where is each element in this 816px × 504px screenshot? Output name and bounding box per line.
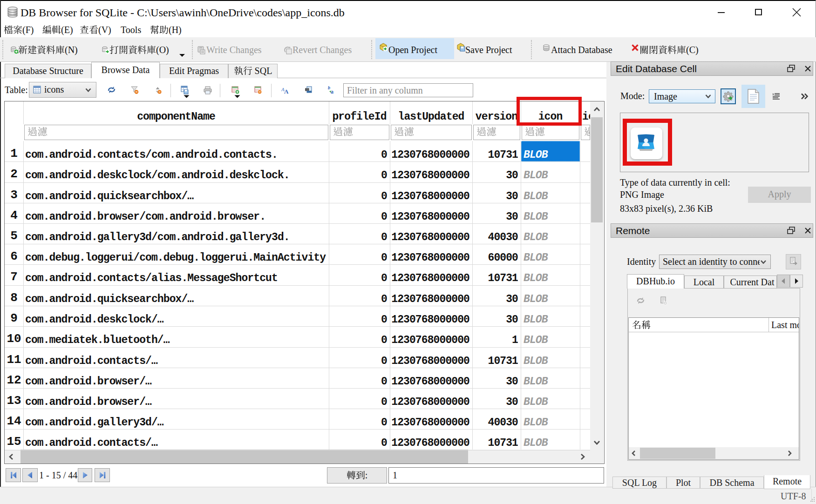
- svg-text:a: a: [331, 88, 333, 94]
- svg-text:A: A: [284, 88, 289, 94]
- svg-text:b: b: [328, 86, 330, 90]
